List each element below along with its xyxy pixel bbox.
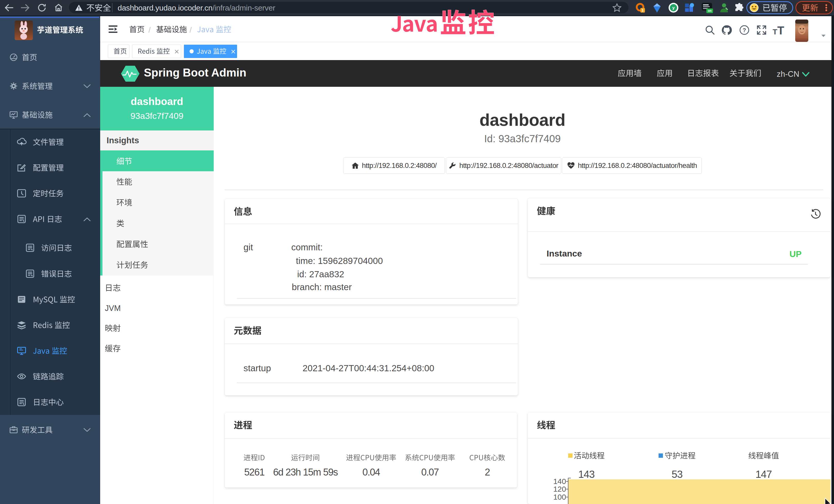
svg-text:120: 120: [553, 485, 566, 493]
svg-text:100: 100: [553, 493, 566, 501]
svg-text:140: 140: [553, 477, 566, 485]
svg-text:?: ?: [743, 27, 746, 33]
svg-text:1: 1: [642, 8, 644, 12]
svg-text:y: y: [672, 5, 675, 10]
svg-text:on: on: [708, 9, 712, 13]
